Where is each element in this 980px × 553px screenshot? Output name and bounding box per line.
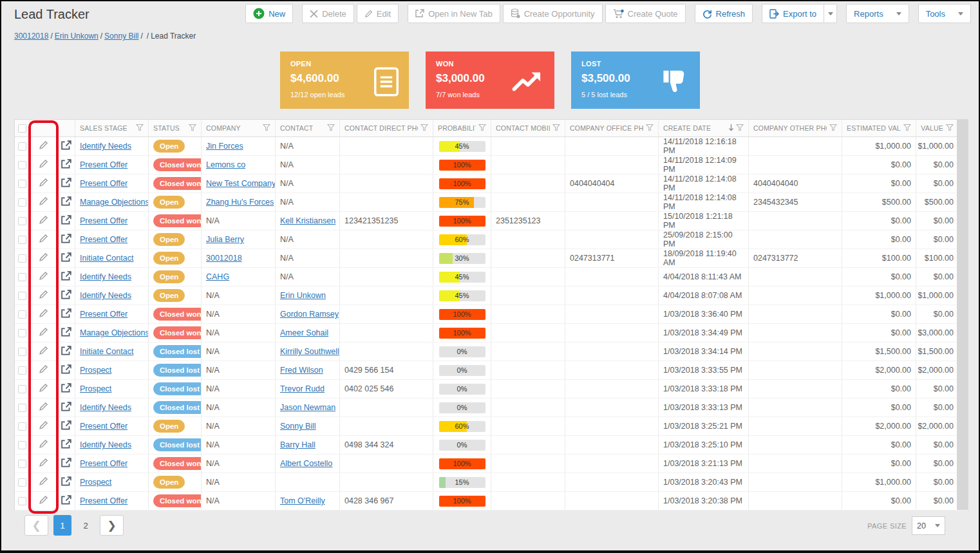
company-link[interactable]: New Test Company [206, 179, 276, 188]
edit-pencil-icon[interactable] [39, 271, 48, 283]
filter-funnel-icon[interactable] [736, 124, 744, 133]
filter-funnel-icon[interactable] [946, 124, 954, 133]
next-page-button[interactable]: ❯ [100, 515, 124, 536]
edit-pencil-icon[interactable] [39, 420, 48, 432]
open-in-new-tab-icon[interactable] [61, 364, 71, 377]
edit-pencil-icon[interactable] [39, 140, 48, 152]
open-in-new-tab-icon[interactable] [61, 327, 71, 339]
column-header-value[interactable]: VALUE [916, 120, 958, 136]
sales-stage-link[interactable]: Identify Needs [80, 291, 131, 300]
edit-pencil-icon[interactable] [39, 476, 48, 488]
open-in-new-tab-icon[interactable] [61, 346, 71, 358]
filter-funnel-icon[interactable] [829, 124, 837, 133]
sales-stage-link[interactable]: Present Offer [80, 310, 127, 319]
filter-funnel-icon[interactable] [263, 124, 270, 133]
company-link[interactable]: Lemons co [206, 160, 245, 169]
sales-stage-link[interactable]: Present Offer [80, 179, 127, 188]
row-checkbox[interactable] [18, 236, 26, 244]
open-in-new-tab-icon[interactable] [61, 290, 71, 302]
row-checkbox[interactable] [18, 310, 26, 319]
new-button[interactable]: New [245, 4, 293, 23]
row-checkbox[interactable] [18, 254, 26, 263]
edit-pencil-icon[interactable] [39, 215, 48, 227]
column-header-create-date[interactable]: CREATE DATE [659, 120, 749, 136]
sales-stage-link[interactable]: Present Offer [80, 496, 127, 505]
edit-pencil-icon[interactable] [39, 327, 48, 339]
previous-page-button[interactable]: ❮ [24, 515, 48, 536]
breadcrumb-item-30012018[interactable]: 30012018 [14, 32, 48, 41]
open-in-new-tab-icon[interactable] [61, 383, 71, 395]
company-link[interactable]: Zhang Hu's Forces [206, 198, 274, 207]
open-in-new-tab-icon[interactable] [61, 271, 71, 283]
sales-stage-link[interactable]: Present Offer [80, 160, 127, 169]
filter-funnel-icon[interactable] [189, 124, 196, 133]
column-header-company-other-phone[interactable]: COMPANY OTHER PHONE [749, 120, 842, 136]
open-in-new-tab-icon[interactable] [61, 196, 71, 209]
row-checkbox[interactable] [18, 404, 26, 412]
tools-button[interactable]: Tools [918, 4, 971, 23]
open-in-new-tab-icon[interactable] [61, 140, 71, 153]
breadcrumb-item-sonny-bill[interactable]: Sonny Bill [104, 32, 138, 41]
row-checkbox[interactable] [18, 273, 26, 281]
edit-pencil-icon[interactable] [39, 495, 48, 507]
row-checkbox[interactable] [18, 348, 26, 356]
sales-stage-link[interactable]: Identify Needs [80, 440, 131, 449]
edit-pencil-icon[interactable] [39, 178, 48, 189]
edit-pencil-icon[interactable] [39, 346, 48, 357]
row-checkbox[interactable] [18, 217, 26, 225]
filter-funnel-icon[interactable] [327, 124, 335, 133]
export-to-dropdown-button[interactable] [824, 4, 837, 23]
row-checkbox[interactable] [18, 478, 26, 487]
select-all-checkbox[interactable] [18, 124, 26, 133]
company-link[interactable]: Jin Forces [206, 142, 243, 151]
sales-stage-link[interactable]: Present Offer [80, 422, 127, 431]
row-checkbox[interactable] [18, 329, 26, 337]
open-in-new-tab-button[interactable]: Open in New Tab [408, 4, 500, 23]
sales-stage-link[interactable]: Initiate Contact [80, 254, 133, 263]
edit-pencil-icon[interactable] [39, 439, 48, 451]
filter-funnel-icon[interactable] [646, 124, 654, 133]
open-in-new-tab-icon[interactable] [61, 234, 71, 246]
company-link[interactable]: 30012018 [206, 254, 242, 263]
sales-stage-link[interactable]: Identify Needs [80, 403, 131, 412]
row-checkbox[interactable] [18, 198, 26, 207]
contact-link[interactable]: Sonny Bill [280, 422, 316, 431]
scrollbar-track[interactable] [957, 120, 968, 510]
sales-stage-link[interactable]: Present Offer [80, 459, 127, 468]
sales-stage-link[interactable]: Manage Objections [80, 198, 149, 207]
row-checkbox[interactable] [18, 441, 26, 449]
open-in-new-tab-icon[interactable] [61, 495, 71, 507]
create-quote-button[interactable]: Create Quote [605, 4, 686, 23]
column-header-sales-stage[interactable]: SALES STAGE [75, 120, 149, 136]
row-checkbox[interactable] [18, 422, 26, 431]
edit-pencil-icon[interactable] [39, 252, 48, 264]
contact-link[interactable]: Kell Kristiansen [280, 216, 335, 225]
edit-pencil-icon[interactable] [39, 290, 48, 301]
column-header-contact[interactable]: CONTACT [276, 120, 340, 136]
edit-pencil-icon[interactable] [39, 383, 48, 395]
edit-pencil-icon[interactable] [39, 308, 48, 320]
open-in-new-tab-icon[interactable] [61, 439, 71, 451]
filter-funnel-icon[interactable] [136, 124, 144, 133]
open-in-new-tab-icon[interactable] [61, 308, 71, 321]
filter-funnel-icon[interactable] [420, 124, 428, 133]
page-button-2[interactable]: 2 [77, 515, 95, 536]
row-checkbox[interactable] [18, 497, 26, 505]
page-size-select[interactable]: 20 [912, 516, 945, 535]
contact-link[interactable]: Albert Costello [280, 459, 332, 468]
open-in-new-tab-icon[interactable] [61, 402, 71, 414]
sales-stage-link[interactable]: Identify Needs [80, 272, 131, 281]
row-checkbox[interactable] [18, 385, 26, 393]
page-button-1[interactable]: 1 [53, 515, 71, 536]
sales-stage-link[interactable]: Identify Needs [80, 142, 131, 151]
open-in-new-tab-icon[interactable] [61, 420, 71, 433]
column-header-company[interactable]: COMPANY [202, 120, 276, 136]
column-header-estimated-value[interactable]: ESTIMATED VALUE [842, 120, 916, 136]
row-checkbox[interactable] [18, 180, 26, 188]
open-in-new-tab-icon[interactable] [61, 159, 71, 171]
filter-funnel-icon[interactable] [552, 124, 560, 133]
filter-funnel-icon[interactable] [478, 124, 486, 133]
open-in-new-tab-icon[interactable] [61, 215, 71, 227]
edit-pencil-icon[interactable] [39, 234, 48, 245]
sales-stage-link[interactable]: Prospect [80, 384, 111, 393]
